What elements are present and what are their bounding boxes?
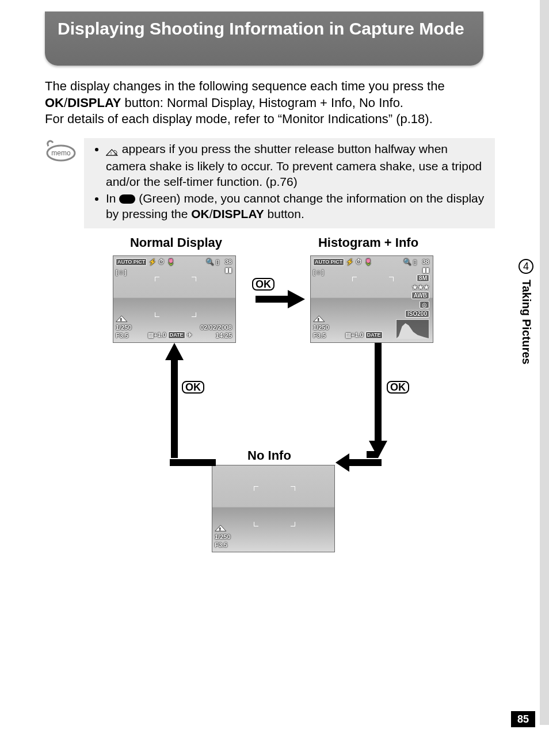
focus-bracket-br-3 bbox=[291, 522, 295, 526]
aperture-value-2: F3.5 bbox=[313, 332, 326, 339]
aperture-value: F3.5 bbox=[116, 332, 128, 339]
section-heading: Displaying Shooting Information in Captu… bbox=[45, 12, 483, 66]
heading-text: Displaying Shooting Information in Captu… bbox=[58, 19, 464, 38]
svg-rect-12 bbox=[347, 459, 382, 466]
histogram-thumbnail bbox=[396, 319, 429, 339]
memo-item-1: ! appears if you press the shutter relea… bbox=[106, 142, 487, 190]
memo-item-2c: button. bbox=[268, 207, 304, 220]
shake-icon: ! bbox=[116, 315, 128, 323]
remaining-count: 38 bbox=[225, 258, 232, 265]
aperture-value-3: F3.5 bbox=[215, 541, 227, 548]
screen-no-info: ! 1/250 F3.5 bbox=[212, 465, 335, 552]
auto-pict-badge: AUTO PICT ⚡ ⏱ 🌷 bbox=[116, 258, 175, 266]
arrow-out-noinfo-icon bbox=[170, 451, 216, 474]
side-chapter-tab: 4 Taking Pictures bbox=[517, 259, 535, 391]
focus-bracket-bl bbox=[155, 312, 159, 317]
shake-icon-3: ! bbox=[215, 524, 227, 532]
intro-paragraph: The display changes in the following seq… bbox=[45, 78, 494, 128]
remaining-count-2: 38 bbox=[422, 258, 429, 265]
focus-bracket-tl bbox=[155, 277, 159, 281]
focus-bracket-tr-3 bbox=[291, 486, 295, 491]
arrow-right-icon bbox=[238, 288, 307, 311]
resolution-badge: 8M bbox=[417, 274, 429, 282]
svg-text:memo: memo bbox=[51, 149, 71, 157]
date-value: 02/02/2008 bbox=[200, 324, 232, 331]
ok-label-up: OK bbox=[182, 381, 204, 394]
focus-bracket-tl-3 bbox=[254, 486, 258, 491]
chapter-title: Taking Pictures bbox=[520, 280, 533, 364]
chapter-number: 4 bbox=[518, 259, 533, 274]
svg-marker-7 bbox=[288, 290, 305, 308]
shake-icon-2: ! bbox=[313, 315, 326, 323]
svg-rect-16 bbox=[170, 459, 216, 466]
ok-label-right: OK bbox=[252, 278, 274, 291]
green-mode-icon bbox=[119, 194, 135, 204]
ok-label-inline: OK bbox=[45, 96, 64, 110]
focus-bracket-tl-2 bbox=[352, 277, 357, 281]
ev-comp: ▨+1.0 DATE ✈ bbox=[148, 331, 192, 339]
svg-marker-14 bbox=[165, 343, 184, 360]
page-number: 85 bbox=[511, 711, 535, 727]
memo-item-1-text: appears if you press the shutter release… bbox=[106, 142, 482, 188]
memo-item-2a: In bbox=[106, 192, 119, 205]
shutter-speed: 1/250 bbox=[116, 324, 132, 331]
page-edge-shade bbox=[540, 0, 549, 725]
iso-badge: ISO200 bbox=[405, 310, 429, 318]
battery-icon: ▮▮ bbox=[225, 266, 232, 274]
ok-label-down: OK bbox=[387, 381, 409, 394]
focus-bracket-bl-3 bbox=[254, 522, 258, 526]
metering-icon: ◎ bbox=[420, 301, 429, 308]
ev-comp-2: ▨+1.0 DATE bbox=[345, 331, 383, 339]
memo-item-2: In (Green) mode, you cannot change the i… bbox=[106, 191, 487, 222]
shake-warning-icon: ! bbox=[106, 143, 119, 159]
battery-icon-2: ▮▮ bbox=[422, 266, 429, 274]
svg-text:!: ! bbox=[110, 151, 112, 156]
screen-normal-display: AUTO PICT ⚡ ⏱ 🌷 🔍 ▯ 38 ▮▮ [☺] ! 1/250 02… bbox=[113, 255, 236, 343]
label-normal-display: Normal Display bbox=[113, 235, 239, 250]
svg-text:!: ! bbox=[120, 317, 121, 322]
arrow-up-icon bbox=[163, 343, 186, 464]
arrow-into-noinfo-icon bbox=[336, 451, 382, 474]
auto-pict-badge-2: AUTO PICT ⚡ ⏱ 🌷 bbox=[313, 258, 372, 266]
memo-block: memo ! appears if you press the shutter … bbox=[45, 138, 495, 228]
screen-histogram-info: AUTO PICT ⚡ ⏱ 🌷 🔍 ▯ 38 ▮▮ 8M ★★★ AWB ◎ I… bbox=[310, 255, 433, 343]
svg-marker-13 bbox=[336, 453, 349, 472]
zoom-icon-2: 🔍 ▯ bbox=[403, 258, 417, 266]
focus-bracket-br bbox=[192, 312, 196, 317]
face-detect-icon: [☺] bbox=[116, 269, 127, 276]
awb-badge: AWB bbox=[411, 292, 429, 299]
ok-label-inline-2: OK bbox=[191, 207, 209, 220]
svg-text:!: ! bbox=[318, 317, 319, 322]
display-label-inline: DISPLAY bbox=[67, 96, 121, 110]
intro-line1b: button: Normal Display, Histogram + Info… bbox=[125, 96, 403, 110]
shutter-speed-3: 1/250 bbox=[215, 533, 231, 540]
quality-stars: ★★★ bbox=[412, 284, 429, 291]
memo-body: ! appears if you press the shutter relea… bbox=[84, 138, 495, 228]
time-value: 14:25 bbox=[216, 332, 232, 339]
svg-text:!: ! bbox=[219, 526, 220, 532]
shutter-speed-2: 1/250 bbox=[313, 324, 329, 331]
label-histogram-info: Histogram + Info bbox=[293, 235, 443, 250]
memo-icon: memo bbox=[45, 138, 76, 162]
zoom-icon: 🔍 ▯ bbox=[206, 258, 219, 266]
display-label-inline-2: DISPLAY bbox=[213, 207, 264, 220]
intro-line1a: The display changes in the following seq… bbox=[45, 79, 445, 93]
label-no-info: No Info bbox=[212, 448, 327, 463]
svg-rect-8 bbox=[375, 343, 382, 441]
svg-rect-15 bbox=[171, 359, 178, 458]
svg-rect-6 bbox=[256, 296, 288, 303]
face-detect-icon-2: [☺] bbox=[313, 269, 324, 276]
intro-line2: For details of each display mode, refer … bbox=[45, 112, 433, 126]
focus-bracket-tr bbox=[192, 277, 196, 281]
arrow-down-icon bbox=[367, 343, 390, 464]
focus-bracket-tr-2 bbox=[389, 277, 394, 281]
